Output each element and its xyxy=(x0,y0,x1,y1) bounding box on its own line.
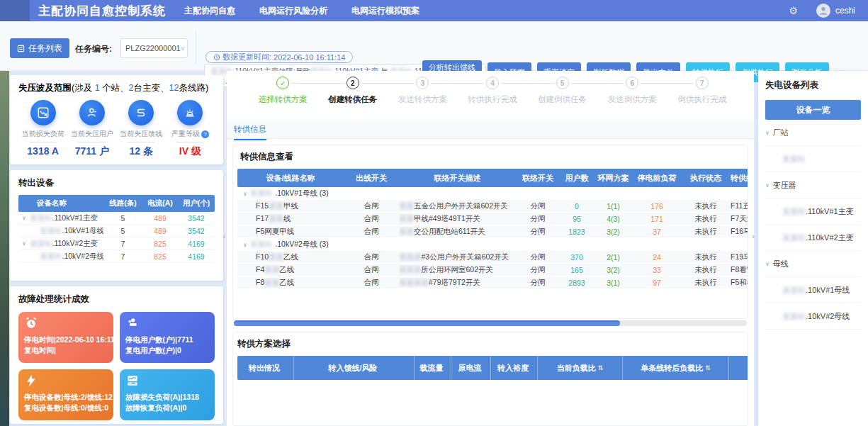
lightning-icon xyxy=(24,374,108,391)
user-menu[interactable]: ceshi xyxy=(816,4,855,18)
stepper-step[interactable]: 2 创建转供任务 xyxy=(318,77,388,105)
stepper-step[interactable]: 3 发送转供方案 xyxy=(388,77,458,105)
tree-row[interactable]: ∨厂站 厂站 xyxy=(765,120,861,146)
expand-caret-icon[interactable]: ∨ xyxy=(765,182,770,189)
list-icon xyxy=(17,45,25,52)
users-icon xyxy=(125,316,209,333)
fault-statistics-title: 故障处理统计成效 xyxy=(18,293,215,306)
fault-load-card: 故障损失负荷(A)|1318 故障恢复负荷(A)|0 xyxy=(120,369,215,420)
tree-row[interactable]: ∨变压器 变压器 xyxy=(765,172,861,198)
data-update-time: 数据更新时间:2022-06-10 16:11:14 xyxy=(205,51,353,63)
table-row[interactable]: 某某站.10kV#1母线 5 489 3542 xyxy=(18,225,215,237)
main-nav: 主配协同自愈电网运行风险分析电网运行模拟预案 xyxy=(184,5,444,17)
table-row[interactable]: ∨ F5网夏甲线 合闸 某某交公用配电站611开关 分闸 1823 3(2) 3… xyxy=(237,225,748,238)
user-icon xyxy=(79,100,105,125)
lost-power-device-panel: 失电设备列表 设备一览 ∨厂站 厂站 ∨ 某某站 ∨变压器 变压器 ∨.110k… xyxy=(758,71,868,426)
sort-icon: ⇅ xyxy=(598,364,604,371)
table-row[interactable]: 某某站.10kV#2母线 7 825 4169 xyxy=(18,250,215,263)
task-number-label: 任务编号: xyxy=(75,43,112,55)
task-number-select[interactable]: PLZG22000001∨ xyxy=(120,38,188,58)
transfer-info-panel: 转供信息查看 设备/线路名称出线开关联络开关描述联络开关用户数环网方案停电前负荷… xyxy=(232,145,748,319)
transfer-out-table: 设备名称线路(条)电流(A)用户(个) ∨ 某某站.110kV#1主变 5 48… xyxy=(18,195,215,263)
stepper-step[interactable]: ✓ 选择转供方案 xyxy=(248,77,318,105)
table-row[interactable]: ∨ 某某站.10kV#1母线 (3) xyxy=(237,187,748,200)
username: ceshi xyxy=(835,6,855,16)
fault-statistics-panel: 故障处理统计成效 停电时间|2022-06-10 16:11 复电时间| 停电用… xyxy=(10,286,223,424)
app-title: 主配协同自愈控制系统 xyxy=(38,3,166,19)
chevron-down-icon: ∨ xyxy=(181,45,186,52)
collapse-right-panel-icon[interactable]: › xyxy=(748,223,758,249)
expand-caret-icon[interactable]: ∨ xyxy=(765,261,770,267)
nav-item[interactable]: 电网运行风险分析 xyxy=(259,5,327,17)
expand-caret-icon[interactable]: ∨ xyxy=(765,130,770,136)
voltage-loss-impact-panel: 失压波及范围(涉及 1 个站、2台主变、12条线路) 当前损失负荷 1318 A… xyxy=(10,75,223,164)
task-list-button[interactable]: 任务列表 xyxy=(10,38,69,58)
nav-item[interactable]: 电网运行模拟预案 xyxy=(351,5,419,17)
expand-caret-icon[interactable]: ∨ xyxy=(243,191,247,197)
tree-row[interactable]: ∨.10kV#2母线 某某站.10kV#2母线 xyxy=(765,303,861,330)
outage-devices-card: 停电设备数|母线:2/馈线:12 复电设备数|母线:0/馈线:0 xyxy=(18,369,113,420)
tree-row[interactable]: ∨.110kV#2主变 某某站.110kV#2主变 xyxy=(765,225,861,251)
outage-users-card: 停电用户数(户)|7711 复电用户数(户)|0 xyxy=(120,312,215,363)
help-icon[interactable]: ? xyxy=(201,130,209,138)
device-list-title: 失电设备列表 xyxy=(765,79,861,91)
scrollbar-thumb[interactable] xyxy=(234,320,620,326)
stat-severity: 严重等级? IV 级 xyxy=(166,100,215,158)
stat-lost-load: 当前损失负荷 1318 A xyxy=(18,100,67,158)
tab-bar: 转供信息 xyxy=(227,120,754,139)
stat-lost-feeders: 当前失压馈线 12 条 xyxy=(117,100,166,158)
info-table-body: ∨ 某某站.10kV#1母线 (3) xyxy=(237,187,743,289)
expand-caret-icon[interactable]: ∨ xyxy=(18,215,30,221)
horizontal-scrollbar[interactable] xyxy=(234,320,747,326)
table-row[interactable]: ∨ 某某站.10kV#2母线 (3) xyxy=(237,238,748,251)
chart-down-icon xyxy=(30,100,56,125)
stat-lost-users: 当前失压用户 7711 户 xyxy=(67,100,116,158)
transfer-info-title: 转供信息查看 xyxy=(237,151,743,163)
transfer-out-devices-panel: 转出设备 设备名称线路(条)电流(A)用户(个) ∨ 某某站.110kV#1主变… xyxy=(10,170,223,281)
device-overview-bar[interactable]: 设备一览 xyxy=(765,100,861,120)
tree-row[interactable]: ∨母线 母线 xyxy=(765,251,861,277)
table-row[interactable]: ∨ 某某站.110kV#2主变 7 825 4169 xyxy=(18,237,215,250)
table-row[interactable]: ∨ F8某某乙线 合闸 某某某某#79塔79T2开关 分闸 2893 3(1) … xyxy=(237,276,748,289)
sort-icon: ⇅ xyxy=(705,364,711,371)
divider xyxy=(196,30,196,64)
info-table-header: 设备/线路名称出线开关联络开关描述联络开关用户数环网方案停电前负荷执行状态转供线… xyxy=(237,169,748,187)
table-row[interactable]: ∨ 某某站.110kV#1主变 5 489 3542 xyxy=(18,212,215,225)
device-tree: ∨厂站 厂站 ∨ 某某站 ∨变压器 变压器 ∨.110kV#1主变 某某站.11… xyxy=(765,120,861,330)
plan-table-header: 转出情况转入馈线/风险载流量原电流转入裕度当前负载比⇅单条线转后负载比⇅整体执行… xyxy=(237,356,748,380)
transfer-out-title: 转出设备 xyxy=(18,177,215,189)
statistics-cards: 停电时间|2022-06-10 16:11 复电时间| 停电用户数(户)|771… xyxy=(18,312,215,420)
expand-caret-icon[interactable]: ∨ xyxy=(243,242,247,248)
process-stepper: ✓ 选择转供方案 2 创建转供任务 3 发送转供方案 4 转供执行完成 5 创建… xyxy=(248,77,737,105)
top-navbar: 主配协同自愈控制系统 主配协同自愈电网运行风险分析电网运行模拟预案 ⚙ cesh… xyxy=(0,0,868,21)
tree-row[interactable]: ∨.110kV#1主变 某某站.110kV#1主变 xyxy=(765,198,861,225)
stepper-step[interactable]: 4 转供执行完成 xyxy=(458,77,528,105)
tab-transfer-info[interactable]: 转供信息 xyxy=(234,124,266,140)
main-content: ✓ 选择转供方案 2 创建转供任务 3 发送转供方案 4 转供执行完成 5 创建… xyxy=(227,71,754,426)
app-root: 主配协同自愈控制系统 主配协同自愈电网运行风险分析电网运行模拟预案 ⚙ cesh… xyxy=(0,0,868,426)
stepper-step[interactable]: 7 倒供执行完成 xyxy=(667,77,737,105)
gear-icon[interactable]: ⚙ xyxy=(789,5,798,16)
collapse-left-panel-icon[interactable]: ‹ xyxy=(219,223,229,249)
table-row[interactable]: ∨ F10某某乙线 合闸 某某某#3公用户外开关箱602开关 分闸 370 2(… xyxy=(237,251,748,264)
tree-row[interactable]: ∨.10kV#1母线 某某站.10kV#1母线 xyxy=(765,277,861,303)
navbar-right: ⚙ ceshi xyxy=(789,4,868,18)
avatar xyxy=(816,4,830,18)
stepper-step[interactable]: 6 发送倒供方案 xyxy=(597,77,667,105)
transfer-plan-panel: 转供方案选择 转出情况转入馈线/风险载流量原电流转入裕度当前负载比⇅单条线转后负… xyxy=(232,332,748,426)
background-map-strip xyxy=(0,71,9,426)
table-row[interactable]: ∨ F17某某线 合闸 某某甲线#49塔49T1开关 分闸 95 4(3) 17… xyxy=(237,213,748,225)
tree-row[interactable]: ∨ 某某站 xyxy=(765,146,861,172)
expand-caret-icon[interactable]: ∨ xyxy=(18,240,30,247)
toolbar: 任务列表 任务编号: PLZG22000001∨ 数据更新时间:2022-06-… xyxy=(0,21,868,71)
feeder-line-icon xyxy=(128,100,154,125)
outage-time-card: 停电时间|2022-06-10 16:11 复电时间| xyxy=(18,312,113,363)
logo xyxy=(0,0,30,21)
impact-stats: 当前损失负荷 1318 A 当前失压用户 7711 户 当前失压馈线 12 条 xyxy=(18,100,215,158)
transfer-plan-title: 转供方案选择 xyxy=(237,338,743,350)
nav-item[interactable]: 主配协同自愈 xyxy=(184,5,235,17)
stepper-step[interactable]: 5 创建倒供任务 xyxy=(527,77,597,105)
table-row[interactable]: ∨ F15某某甲线 合闸 某某五金公用户外开关箱602开关 分闸 0 1(1) … xyxy=(237,200,748,213)
table-row[interactable]: ∨ F4某某乙线 合闸 某某某所公用环网室602开关 分闸 165 3(2) 3… xyxy=(237,264,748,276)
impact-title: 失压波及范围(涉及 1 个站、2台主变、12条线路) xyxy=(18,82,215,94)
